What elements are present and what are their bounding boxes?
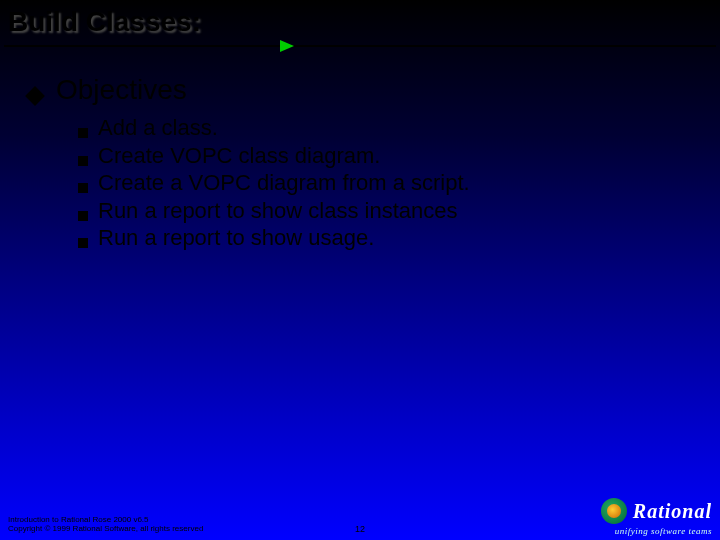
logo-swirl-icon <box>601 498 627 524</box>
logo-text: Rational <box>633 500 712 523</box>
square-bullet-icon <box>78 156 88 166</box>
list-item-text: Add a class. <box>98 114 218 142</box>
footer-copyright: Introduction to Rational Rose 2000 v6.5 … <box>8 515 203 534</box>
page-number: 12 <box>355 524 365 534</box>
title-divider <box>0 42 720 50</box>
list-item-text: Run a report to show usage. <box>98 224 374 252</box>
logo-tagline: unifying software teams <box>615 526 712 536</box>
footer-line1: Introduction to Rational Rose 2000 v6.5 <box>8 515 203 525</box>
square-bullet-icon <box>78 128 88 138</box>
slide-title: Build Classes: <box>8 6 712 38</box>
list-item-text: Create VOPC class diagram. <box>98 142 380 170</box>
list-item-text: Create a VOPC diagram from a script. <box>98 169 470 197</box>
list-item: Add a class. <box>78 114 696 142</box>
square-bullet-icon <box>78 238 88 248</box>
list-item: Create VOPC class diagram. <box>78 142 696 170</box>
slide-body: Objectives Add a class. Create VOPC clas… <box>0 50 720 252</box>
level1-text: Objectives <box>56 74 187 106</box>
footer-line2: Copyright © 1999 Rational Software, all … <box>8 524 203 534</box>
list-item: Create a VOPC diagram from a script. <box>78 169 696 197</box>
list-item: Run a report to show usage. <box>78 224 696 252</box>
diamond-bullet-icon <box>25 86 45 106</box>
level1-bullet: Objectives <box>24 74 696 106</box>
arrow-icon <box>280 40 294 52</box>
square-bullet-icon <box>78 183 88 193</box>
level2-list: Add a class. Create VOPC class diagram. … <box>78 114 696 252</box>
list-item-text: Run a report to show class instances <box>98 197 458 225</box>
rational-logo: Rational unifying software teams <box>601 498 712 536</box>
slide-footer: Introduction to Rational Rose 2000 v6.5 … <box>0 498 720 540</box>
square-bullet-icon <box>78 211 88 221</box>
list-item: Run a report to show class instances <box>78 197 696 225</box>
